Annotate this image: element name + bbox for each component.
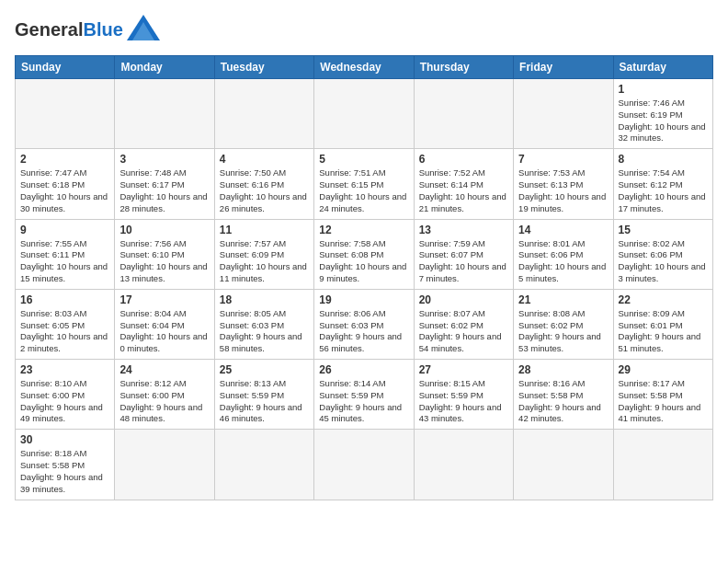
calendar-day-cell: 4Sunrise: 7:50 AM Sunset: 6:16 PM Daylig… (214, 149, 313, 219)
calendar-week-row: 23Sunrise: 8:10 AM Sunset: 6:00 PM Dayli… (16, 360, 713, 430)
calendar-day-cell: 14Sunrise: 8:01 AM Sunset: 6:06 PM Dayli… (514, 219, 613, 289)
header: GeneralBlue (15, 15, 713, 44)
day-number: 29 (619, 363, 708, 376)
day-of-week-header: Wednesday (314, 56, 414, 79)
day-number: 12 (319, 224, 408, 236)
day-number: 24 (119, 363, 209, 376)
calendar-day-cell (514, 79, 613, 149)
calendar-day-cell (214, 430, 313, 500)
day-number: 25 (220, 363, 309, 376)
calendar-week-row: 1Sunrise: 7:46 AM Sunset: 6:19 PM Daylig… (16, 79, 713, 149)
day-number: 16 (20, 293, 109, 306)
day-number: 27 (419, 363, 508, 376)
day-number: 18 (220, 293, 309, 306)
calendar-day-cell: 10Sunrise: 7:56 AM Sunset: 6:10 PM Dayli… (115, 219, 214, 289)
day-of-week-header: Tuesday (214, 56, 313, 79)
day-number: 30 (20, 433, 109, 446)
day-info: Sunrise: 7:47 AM Sunset: 6:18 PM Dayligh… (20, 167, 109, 214)
calendar-day-cell: 5Sunrise: 7:51 AM Sunset: 6:15 PM Daylig… (314, 149, 414, 219)
day-info: Sunrise: 8:06 AM Sunset: 6:03 PM Dayligh… (319, 308, 408, 355)
day-info: Sunrise: 8:18 AM Sunset: 5:58 PM Dayligh… (20, 448, 109, 495)
day-number: 5 (319, 153, 408, 166)
calendar-day-cell: 6Sunrise: 7:52 AM Sunset: 6:14 PM Daylig… (414, 149, 513, 219)
day-of-week-header: Monday (115, 56, 214, 79)
calendar-day-cell: 22Sunrise: 8:09 AM Sunset: 6:01 PM Dayli… (613, 289, 712, 359)
calendar-day-cell: 16Sunrise: 8:03 AM Sunset: 6:05 PM Dayli… (16, 289, 115, 359)
calendar-day-cell: 24Sunrise: 8:12 AM Sunset: 6:00 PM Dayli… (115, 360, 214, 430)
calendar-day-cell: 28Sunrise: 8:16 AM Sunset: 5:58 PM Dayli… (514, 360, 613, 430)
day-info: Sunrise: 7:54 AM Sunset: 6:12 PM Dayligh… (619, 167, 708, 214)
calendar-day-cell: 19Sunrise: 8:06 AM Sunset: 6:03 PM Dayli… (314, 289, 414, 359)
calendar-day-cell (115, 79, 214, 149)
day-number: 21 (518, 293, 608, 306)
day-number: 14 (518, 224, 608, 236)
day-number: 11 (220, 224, 309, 236)
calendar-day-cell: 29Sunrise: 8:17 AM Sunset: 5:58 PM Dayli… (613, 360, 712, 430)
day-info: Sunrise: 7:55 AM Sunset: 6:11 PM Dayligh… (20, 238, 109, 285)
calendar-day-cell: 9Sunrise: 7:55 AM Sunset: 6:11 PM Daylig… (16, 219, 115, 289)
day-number: 3 (119, 153, 209, 166)
calendar-day-cell: 18Sunrise: 8:05 AM Sunset: 6:03 PM Dayli… (214, 289, 313, 359)
day-number: 9 (20, 224, 109, 236)
day-info: Sunrise: 8:16 AM Sunset: 5:58 PM Dayligh… (518, 378, 608, 425)
day-number: 6 (419, 153, 508, 166)
calendar-day-cell (613, 430, 712, 500)
day-number: 7 (518, 153, 608, 166)
day-info: Sunrise: 7:57 AM Sunset: 6:09 PM Dayligh… (220, 238, 309, 285)
day-info: Sunrise: 7:53 AM Sunset: 6:13 PM Dayligh… (518, 167, 608, 214)
calendar-day-cell (414, 79, 513, 149)
day-info: Sunrise: 7:48 AM Sunset: 6:17 PM Dayligh… (119, 167, 209, 214)
day-number: 23 (20, 363, 109, 376)
day-number: 26 (319, 363, 408, 376)
day-number: 8 (619, 153, 708, 166)
day-number: 2 (20, 153, 109, 166)
calendar-day-cell (414, 430, 513, 500)
calendar-day-cell: 1Sunrise: 7:46 AM Sunset: 6:19 PM Daylig… (613, 79, 712, 149)
calendar-day-cell (214, 79, 313, 149)
day-of-week-header: Friday (514, 56, 613, 79)
calendar-day-cell (314, 79, 414, 149)
calendar-day-cell: 17Sunrise: 8:04 AM Sunset: 6:04 PM Dayli… (115, 289, 214, 359)
day-info: Sunrise: 8:13 AM Sunset: 5:59 PM Dayligh… (220, 378, 309, 425)
day-info: Sunrise: 8:04 AM Sunset: 6:04 PM Dayligh… (119, 308, 209, 355)
calendar-day-cell: 30Sunrise: 8:18 AM Sunset: 5:58 PM Dayli… (16, 430, 115, 500)
logo-icon (127, 15, 160, 40)
day-info: Sunrise: 8:05 AM Sunset: 6:03 PM Dayligh… (220, 308, 309, 355)
day-number: 22 (619, 293, 708, 306)
calendar-day-cell: 2Sunrise: 7:47 AM Sunset: 6:18 PM Daylig… (16, 149, 115, 219)
calendar-day-cell: 27Sunrise: 8:15 AM Sunset: 5:59 PM Dayli… (414, 360, 513, 430)
calendar-header-row: SundayMondayTuesdayWednesdayThursdayFrid… (16, 56, 713, 79)
calendar-day-cell (16, 79, 115, 149)
day-number: 15 (619, 224, 708, 236)
day-info: Sunrise: 8:10 AM Sunset: 6:00 PM Dayligh… (20, 378, 109, 425)
calendar-day-cell: 20Sunrise: 8:07 AM Sunset: 6:02 PM Dayli… (414, 289, 513, 359)
day-info: Sunrise: 8:08 AM Sunset: 6:02 PM Dayligh… (518, 308, 608, 355)
calendar-day-cell: 21Sunrise: 8:08 AM Sunset: 6:02 PM Dayli… (514, 289, 613, 359)
calendar-day-cell: 23Sunrise: 8:10 AM Sunset: 6:00 PM Dayli… (16, 360, 115, 430)
day-number: 19 (319, 293, 408, 306)
day-info: Sunrise: 7:50 AM Sunset: 6:16 PM Dayligh… (220, 167, 309, 214)
calendar-day-cell (115, 430, 214, 500)
day-info: Sunrise: 8:14 AM Sunset: 5:59 PM Dayligh… (319, 378, 408, 425)
calendar-day-cell (314, 430, 414, 500)
day-of-week-header: Thursday (414, 56, 513, 79)
day-of-week-header: Sunday (16, 56, 115, 79)
day-number: 4 (220, 153, 309, 166)
day-info: Sunrise: 8:09 AM Sunset: 6:01 PM Dayligh… (619, 308, 708, 355)
day-info: Sunrise: 8:07 AM Sunset: 6:02 PM Dayligh… (419, 308, 508, 355)
calendar-day-cell: 7Sunrise: 7:53 AM Sunset: 6:13 PM Daylig… (514, 149, 613, 219)
logo: GeneralBlue (15, 15, 160, 44)
day-info: Sunrise: 7:51 AM Sunset: 6:15 PM Dayligh… (319, 167, 408, 214)
day-info: Sunrise: 7:59 AM Sunset: 6:07 PM Dayligh… (419, 238, 508, 285)
day-info: Sunrise: 8:17 AM Sunset: 5:58 PM Dayligh… (619, 378, 708, 425)
day-number: 10 (119, 224, 209, 236)
calendar-day-cell: 8Sunrise: 7:54 AM Sunset: 6:12 PM Daylig… (613, 149, 712, 219)
day-info: Sunrise: 8:02 AM Sunset: 6:06 PM Dayligh… (619, 238, 708, 285)
calendar-day-cell: 25Sunrise: 8:13 AM Sunset: 5:59 PM Dayli… (214, 360, 313, 430)
calendar-day-cell (514, 430, 613, 500)
day-info: Sunrise: 7:52 AM Sunset: 6:14 PM Dayligh… (419, 167, 508, 214)
calendar-day-cell: 3Sunrise: 7:48 AM Sunset: 6:17 PM Daylig… (115, 149, 214, 219)
calendar-day-cell: 15Sunrise: 8:02 AM Sunset: 6:06 PM Dayli… (613, 219, 712, 289)
calendar: SundayMondayTuesdayWednesdayThursdayFrid… (15, 55, 713, 500)
day-info: Sunrise: 8:15 AM Sunset: 5:59 PM Dayligh… (419, 378, 508, 425)
